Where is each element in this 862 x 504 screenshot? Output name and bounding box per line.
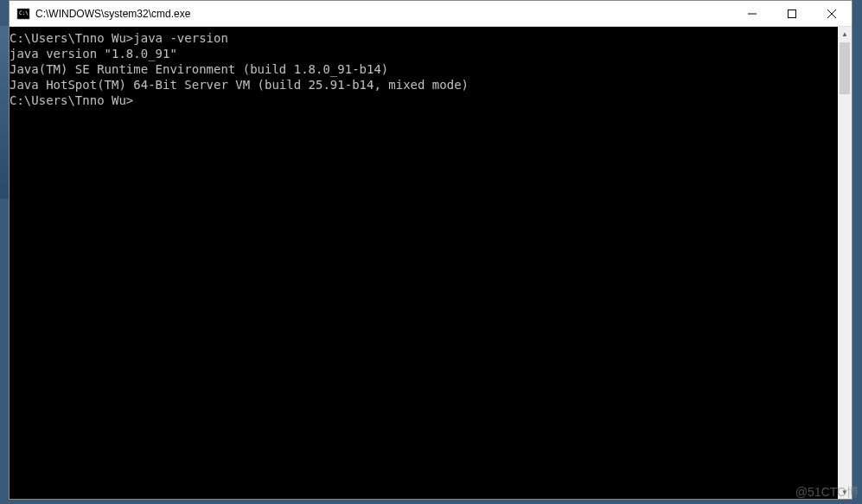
close-button[interactable] [812,1,852,26]
background-strip [0,26,9,199]
scroll-up-icon[interactable]: ▲ [838,27,852,41]
window-controls [732,1,852,26]
scroll-thumb[interactable] [840,42,850,94]
maximize-button[interactable] [772,1,812,26]
scrollbar[interactable]: ▲ ▼ [838,27,852,499]
terminal-output[interactable]: C:\Users\Tnno Wu>java -versionjava versi… [10,27,838,499]
watermark-text: @51CTO博 [795,485,859,501]
terminal-area: C:\Users\Tnno Wu>java -versionjava versi… [10,27,852,499]
svg-text:C:\: C:\ [19,10,29,16]
cmd-icon: C:\ [16,7,30,21]
terminal-line: java version "1.8.0_91" [10,46,838,61]
svg-rect-3 [789,10,796,17]
titlebar[interactable]: C:\ C:\WINDOWS\system32\cmd.exe [10,1,852,27]
terminal-line: Java(TM) SE Runtime Environment (build 1… [10,61,838,77]
terminal-line: C:\Users\Tnno Wu> [10,93,838,108]
terminal-line: Java HotSpot(TM) 64-Bit Server VM (build… [10,77,838,93]
minimize-button[interactable] [732,1,772,26]
terminal-line: C:\Users\Tnno Wu>java -version [10,30,838,46]
window-title: C:\WINDOWS\system32\cmd.exe [35,8,732,20]
cmd-window: C:\ C:\WINDOWS\system32\cmd.exe C:\Users… [9,0,852,500]
